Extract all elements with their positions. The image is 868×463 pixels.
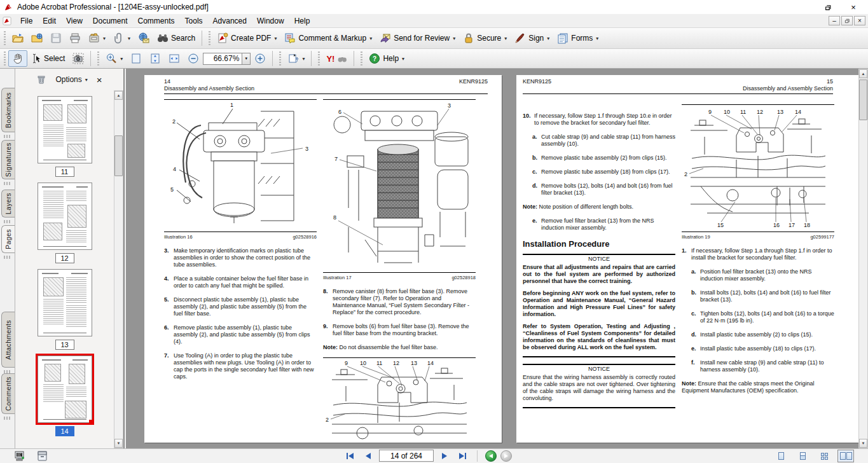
last-page-button[interactable] bbox=[455, 450, 469, 462]
close-window-button[interactable]: × bbox=[849, 3, 858, 11]
secure-label: Secure bbox=[477, 34, 501, 43]
tab-signatures[interactable]: Signatures bbox=[1, 140, 15, 179]
select-tool-icon bbox=[31, 53, 41, 64]
tab-group-grip bbox=[4, 220, 11, 223]
callout-label: 2 bbox=[326, 417, 329, 423]
previous-page-button[interactable] bbox=[361, 450, 375, 462]
delete-page-icon[interactable] bbox=[36, 74, 46, 85]
fit-page-button[interactable] bbox=[127, 50, 146, 67]
organizer-button[interactable]: ▾ bbox=[85, 30, 109, 46]
document-scroll-down-button[interactable]: ▼ bbox=[859, 439, 867, 448]
toolbar-grip[interactable] bbox=[209, 31, 210, 45]
next-page-button[interactable] bbox=[437, 450, 451, 462]
continuous-facing-layout-button[interactable] bbox=[837, 450, 854, 462]
zoom-level-dropdown[interactable]: ▾ bbox=[242, 53, 251, 65]
restore-window-button[interactable] bbox=[823, 3, 832, 11]
zoom-in-button[interactable] bbox=[251, 50, 270, 67]
document-scroll-up-button[interactable]: ▲ bbox=[859, 69, 867, 78]
send-for-review-button[interactable]: Send for Review▾ bbox=[376, 30, 459, 46]
menu-advanced[interactable]: Advanced bbox=[208, 15, 252, 27]
zoom-tool-button[interactable]: ▾ bbox=[102, 50, 127, 67]
snapshot-tool-button[interactable] bbox=[69, 50, 88, 67]
single-page-layout-button[interactable] bbox=[773, 450, 789, 462]
page-display-button[interactable]: ▾ bbox=[284, 50, 308, 67]
current-page-field[interactable] bbox=[379, 450, 434, 462]
menu-comments[interactable]: Comments bbox=[133, 15, 180, 27]
mdi-close-button[interactable]: × bbox=[854, 16, 865, 25]
tab-pages[interactable]: Pages bbox=[1, 225, 15, 253]
panel-scroll-up-button[interactable]: ▲ bbox=[114, 91, 123, 100]
mdi-restore-button[interactable] bbox=[841, 16, 853, 25]
fit-width-button[interactable] bbox=[165, 50, 184, 67]
thumbnail-page-11[interactable] bbox=[38, 96, 92, 163]
facing-layout-button[interactable] bbox=[816, 450, 832, 462]
search-label: Search bbox=[171, 34, 195, 43]
open-button[interactable] bbox=[8, 30, 27, 46]
attach-button[interactable]: ▾ bbox=[109, 30, 134, 46]
mdi-minimize-button[interactable]: – bbox=[829, 16, 840, 25]
thumbnail-page-12[interactable] bbox=[38, 183, 92, 250]
tab-attachments[interactable]: Attachments bbox=[1, 312, 15, 368]
print-button[interactable] bbox=[65, 30, 85, 46]
forms-button[interactable]: Forms▾ bbox=[553, 30, 602, 46]
thumbnail-label-11[interactable]: 11 bbox=[55, 167, 74, 177]
save-button[interactable] bbox=[46, 30, 65, 46]
zoom-in-icon bbox=[254, 53, 266, 64]
create-pdf-button[interactable]: Create PDF▾ bbox=[213, 30, 280, 46]
comment-markup-button[interactable]: Comment & Markup▾ bbox=[280, 30, 376, 46]
document-scrollbar[interactable]: ▲ ▼ bbox=[858, 69, 868, 448]
document-scrollbar-thumb[interactable] bbox=[859, 79, 867, 120]
panel-options-button[interactable]: Options▾ bbox=[55, 75, 87, 84]
tab-layers[interactable]: Layers bbox=[1, 190, 15, 218]
dropdown-arrow-icon: ▾ bbox=[369, 36, 372, 41]
thumbnail-page-13[interactable] bbox=[38, 269, 92, 336]
open-web-button[interactable] bbox=[27, 30, 46, 46]
menu-view[interactable]: View bbox=[61, 15, 88, 27]
toolbar-grip[interactable] bbox=[318, 52, 320, 66]
sign-button[interactable]: Sign▾ bbox=[511, 30, 553, 46]
next-view-button[interactable] bbox=[500, 450, 512, 462]
toolbar-separator bbox=[90, 51, 91, 66]
continuous-layout-button[interactable] bbox=[794, 450, 811, 462]
thumbnail-label-14[interactable]: 14 bbox=[55, 426, 74, 436]
email-button[interactable] bbox=[134, 30, 153, 46]
menu-edit[interactable]: Edit bbox=[38, 15, 61, 27]
panel-close-button[interactable]: × bbox=[97, 74, 102, 85]
first-page-button[interactable] bbox=[343, 450, 357, 462]
select-tool-button[interactable]: Select bbox=[27, 51, 69, 66]
secure-button[interactable]: Secure▾ bbox=[459, 30, 511, 46]
step-9: 9.Remove bolts (6) from fuel filter base… bbox=[323, 323, 476, 337]
toolbar-grip[interactable] bbox=[4, 31, 6, 45]
callout-label: 3 bbox=[305, 146, 308, 152]
zoom-level-field[interactable]: 66.67% bbox=[203, 53, 242, 65]
hand-tool-button[interactable] bbox=[8, 50, 27, 67]
tab-bookmarks[interactable]: Bookmarks bbox=[1, 88, 15, 132]
illustration-code: g02528918 bbox=[451, 274, 476, 281]
thumbnail-label-13[interactable]: 13 bbox=[55, 340, 74, 350]
thumbnail-label-12[interactable]: 12 bbox=[55, 253, 74, 263]
menu-window[interactable]: Window bbox=[252, 15, 289, 27]
tab-comments[interactable]: Comments bbox=[1, 373, 15, 414]
zoom-out-button[interactable] bbox=[184, 50, 203, 67]
help-button[interactable]: ?Help▾ bbox=[365, 50, 408, 67]
fit-height-button[interactable] bbox=[146, 50, 165, 67]
toolbar-grip[interactable] bbox=[361, 52, 362, 66]
panel-scrollbar[interactable]: ▲ ▼ bbox=[114, 90, 123, 448]
document-view[interactable]: 14 KENR9125 Disassembly and Assembly Sec… bbox=[126, 69, 858, 448]
thumbnail-page-14[interactable] bbox=[38, 356, 92, 423]
panel-scrollbar-thumb[interactable] bbox=[114, 135, 123, 176]
toolbar-grip[interactable] bbox=[97, 52, 99, 66]
search-button[interactable]: Search bbox=[153, 30, 199, 46]
toolbar-grip[interactable] bbox=[279, 52, 281, 66]
toolbar-grip[interactable] bbox=[4, 52, 6, 66]
menu-document[interactable]: Document bbox=[88, 15, 133, 27]
preferences-monitor-icon[interactable] bbox=[14, 450, 26, 462]
previous-view-button[interactable] bbox=[485, 450, 497, 462]
magnifier-plus-icon bbox=[106, 53, 117, 64]
menu-file[interactable]: File bbox=[15, 15, 38, 27]
document-status-icon[interactable] bbox=[36, 450, 48, 462]
yahoo-search-button[interactable]: Y! bbox=[322, 51, 351, 66]
menu-help[interactable]: Help bbox=[289, 15, 315, 27]
panel-scroll-down-button[interactable]: ▼ bbox=[114, 439, 123, 448]
menu-tools[interactable]: Tools bbox=[180, 15, 208, 27]
